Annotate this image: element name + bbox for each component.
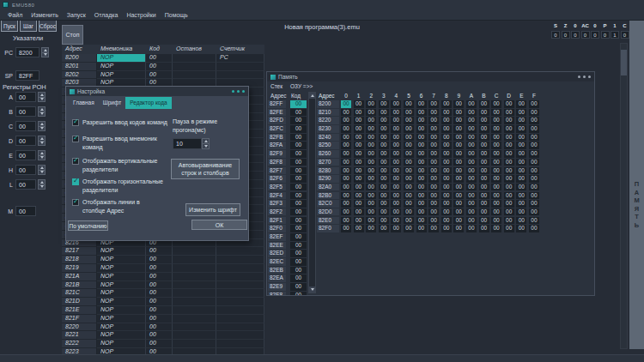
memory-address-cell[interactable]: 8210: [317, 109, 339, 117]
table-cell[interactable]: [173, 63, 216, 71]
memory-cell[interactable]: 00: [354, 184, 364, 191]
table-cell[interactable]: NOP: [97, 281, 146, 290]
table-cell[interactable]: NOP: [97, 256, 146, 264]
stack-address-cell[interactable]: 82EE: [268, 242, 286, 250]
memory-address-cell[interactable]: 82F0: [317, 225, 339, 232]
table-cell[interactable]: 00: [146, 63, 173, 71]
spin-down-button[interactable]: [38, 156, 46, 161]
memory-cell[interactable]: 00: [428, 217, 439, 225]
memory-cell[interactable]: 00: [479, 225, 489, 232]
checkbox[interactable]: ✓: [72, 119, 79, 126]
memory-cell[interactable]: 00: [391, 134, 401, 142]
memory-cell[interactable]: 00: [466, 225, 477, 232]
memory-cell[interactable]: 00: [428, 208, 439, 216]
table-cell[interactable]: 00: [146, 306, 173, 315]
memory-cell[interactable]: 00: [491, 142, 501, 149]
memory-cell[interactable]: 00: [391, 142, 401, 149]
memory-cell[interactable]: 00: [516, 117, 526, 124]
flag-value[interactable]: 0: [621, 31, 629, 39]
stack-address-cell[interactable]: 82EA: [268, 275, 286, 282]
table-cell[interactable]: 00: [146, 71, 173, 80]
memory-cell[interactable]: 00: [428, 200, 439, 208]
sp-field[interactable]: 82FF: [15, 70, 39, 81]
memory-cell[interactable]: 00: [529, 225, 539, 232]
spin-up-button[interactable]: [202, 138, 210, 144]
table-cell[interactable]: NOP: [97, 71, 146, 80]
memory-cell[interactable]: 00: [504, 217, 514, 225]
address-cell[interactable]: 821E: [62, 306, 97, 315]
memory-cell[interactable]: 00: [466, 200, 477, 208]
memory-cell[interactable]: 00: [354, 200, 364, 208]
memory-cell[interactable]: 00: [341, 134, 351, 142]
settings-window-controls[interactable]: [232, 90, 245, 93]
memory-cell[interactable]: 00: [479, 208, 489, 216]
memory-cell[interactable]: 00: [516, 200, 526, 208]
memory-cell[interactable]: 00: [404, 109, 414, 117]
table-cell[interactable]: 00: [146, 264, 173, 273]
register-field-E[interactable]: 00: [15, 150, 36, 160]
stack-value-cell[interactable]: 00: [290, 150, 307, 158]
memory-cell[interactable]: 00: [479, 100, 489, 108]
memory-cell[interactable]: 00: [341, 100, 351, 108]
memory-cell[interactable]: 00: [366, 142, 376, 149]
memory-cell[interactable]: 00: [491, 100, 501, 108]
memory-cell[interactable]: 00: [366, 208, 376, 216]
table-cell[interactable]: [173, 323, 216, 332]
memory-cell[interactable]: 00: [416, 117, 427, 124]
stack-value-cell[interactable]: 00: [290, 117, 307, 124]
menu-item-1[interactable]: Изменить: [27, 9, 63, 21]
memory-cell[interactable]: 00: [453, 117, 464, 124]
table-cell[interactable]: [216, 315, 264, 323]
table-cell[interactable]: [216, 289, 264, 298]
memory-address-cell[interactable]: 8250: [317, 142, 339, 149]
memory-window-controls[interactable]: [578, 75, 591, 78]
memory-cell[interactable]: 00: [366, 117, 376, 124]
stack-address-cell[interactable]: 82F2: [268, 208, 286, 216]
memory-cell[interactable]: 00: [366, 225, 376, 232]
memory-cell[interactable]: 00: [491, 159, 501, 166]
memory-cell[interactable]: 00: [366, 217, 376, 225]
memory-cell[interactable]: 00: [453, 200, 464, 208]
table-cell[interactable]: [216, 340, 264, 348]
memory-address-cell[interactable]: 82A0: [317, 184, 339, 191]
memory-window-titlebar[interactable]: Память: [267, 72, 594, 81]
memory-cell[interactable]: 00: [391, 159, 401, 166]
memory-cell[interactable]: 00: [441, 192, 452, 200]
memory-address-cell[interactable]: 8290: [317, 175, 339, 183]
memory-cell[interactable]: 00: [479, 217, 489, 225]
right-scrollbar[interactable]: [620, 43, 628, 349]
memory-cell[interactable]: 00: [379, 125, 389, 133]
memory-cell[interactable]: 00: [491, 175, 501, 183]
memory-cell[interactable]: 00: [529, 184, 539, 191]
address-cell[interactable]: 821B: [62, 281, 97, 290]
stack-address-cell[interactable]: 82F8: [268, 159, 286, 166]
memory-cell[interactable]: 00: [504, 184, 514, 191]
memory-cell[interactable]: 00: [416, 100, 427, 108]
memory-cell[interactable]: 00: [441, 159, 452, 166]
stack-address-cell[interactable]: 82E9: [268, 283, 286, 291]
memory-cell[interactable]: 00: [404, 217, 414, 225]
memory-cell[interactable]: 00: [428, 117, 439, 124]
spin-down-button[interactable]: [38, 171, 46, 176]
table-cell[interactable]: 00: [146, 256, 173, 264]
table-cell[interactable]: [216, 281, 264, 290]
memory-cell[interactable]: 00: [441, 208, 452, 216]
memory-cell[interactable]: 00: [341, 109, 351, 117]
memory-cell[interactable]: 00: [341, 142, 351, 149]
stack-address-cell[interactable]: 82ED: [268, 250, 286, 257]
memory-cell[interactable]: 00: [491, 200, 501, 208]
address-cell[interactable]: 821C: [62, 289, 97, 298]
memory-cell[interactable]: 00: [466, 192, 477, 200]
memory-cell[interactable]: 00: [466, 208, 477, 216]
table-cell[interactable]: [173, 340, 216, 348]
stack-address-cell[interactable]: 82F5: [268, 184, 286, 191]
memory-cell[interactable]: 00: [453, 225, 464, 232]
stack-value-cell[interactable]: 00: [290, 184, 307, 191]
memory-cell[interactable]: 00: [379, 167, 389, 175]
memory-cell[interactable]: 00: [428, 184, 439, 191]
address-cell[interactable]: 8221: [62, 331, 97, 340]
memory-cell[interactable]: 00: [416, 159, 427, 166]
memory-cell[interactable]: 00: [504, 100, 514, 108]
memory-cell[interactable]: 00: [516, 159, 526, 166]
menu-item-4[interactable]: Настройки: [122, 9, 160, 21]
